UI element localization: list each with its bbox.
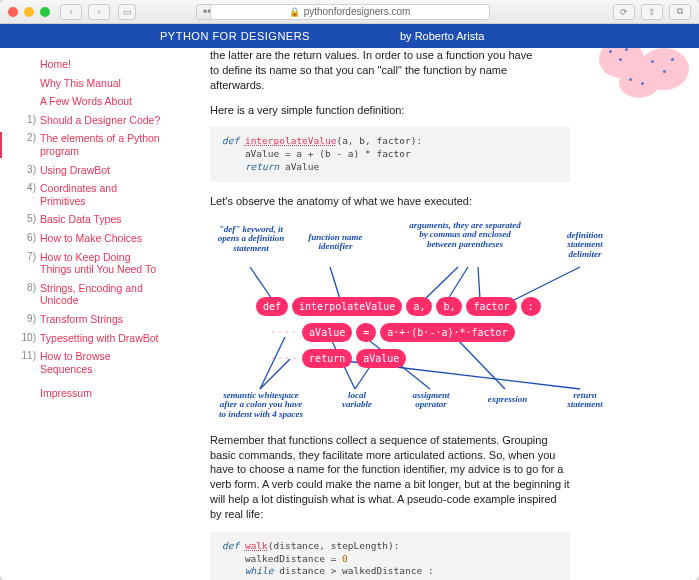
decorative-shapes <box>589 48 699 100</box>
code-example-1: def interpolateValue(a, b, factor): aVal… <box>210 127 570 181</box>
nav-ch11[interactable]: How to Browse Sequences <box>40 350 162 375</box>
nav-ch8[interactable]: Strings, Encoding and Unicode <box>40 282 162 307</box>
label-fn-name: function name identifier <box>308 233 363 252</box>
sidebar-toggle-button[interactable]: ▭ <box>118 4 136 20</box>
browser-titlebar: ‹ › ▭ ••• 🔒 pythonfordesigners.com ⟳ ⇪ ⧉ <box>0 0 699 24</box>
forward-button[interactable]: › <box>88 4 110 20</box>
zoom-window-button[interactable] <box>40 7 50 17</box>
window-controls <box>8 7 50 17</box>
pill-equals: = <box>356 323 376 343</box>
address-bar[interactable]: 🔒 pythonfordesigners.com <box>210 4 490 20</box>
nav-ch3[interactable]: Using DrawBot <box>40 164 110 177</box>
label-whitespace: semantic whitespace after a colon you ha… <box>216 391 306 419</box>
svg-line-0 <box>250 267 272 299</box>
pill-indent-2: ···· <box>270 352 298 366</box>
paragraph-observe: Let's observe the anatomy of what we hav… <box>210 194 540 209</box>
paragraph-remember: Remember that functions collect a sequen… <box>210 433 570 522</box>
pill-retval: aValue <box>356 349 406 369</box>
pill-arg-a: a, <box>406 297 432 317</box>
share-button[interactable]: ⇪ <box>641 4 663 20</box>
svg-line-5 <box>512 267 580 301</box>
label-delimiter: definition statement delimiter <box>550 231 620 259</box>
label-local-var: local variable <box>332 391 382 410</box>
url-text: pythonfordesigners.com <box>304 6 411 17</box>
pill-arg-b: b, <box>436 297 462 317</box>
pill-expr: a·+·(b·-·a)·*·factor <box>380 323 514 343</box>
paragraph-lead: the latter are the return values. In ord… <box>210 48 540 93</box>
code-example-2: def walk(distance, stepLength): walkedDi… <box>210 532 570 580</box>
nav-ch2[interactable]: The elements of a Python program <box>40 132 162 157</box>
svg-line-11 <box>455 337 505 389</box>
function-anatomy-diagram: "def" keyword, it opens a definition sta… <box>210 219 630 419</box>
reload-button[interactable]: ⟳ <box>613 4 635 20</box>
svg-line-1 <box>330 267 340 299</box>
svg-line-2 <box>425 267 458 299</box>
article-body: the latter are the return values. In ord… <box>170 48 699 580</box>
label-assign-op: assigment operator <box>402 391 460 410</box>
pill-arg-factor: factor <box>466 297 516 317</box>
site-title[interactable]: PYTHON FOR DESIGNERS <box>160 30 310 42</box>
site-author: by Roberto Arista <box>400 30 484 42</box>
label-def-keyword: "def" keyword, it opens a definition sta… <box>216 225 286 253</box>
pill-indent-1: ···· <box>270 326 298 340</box>
nav-ch4[interactable]: Coordinates and Primitives <box>40 182 162 207</box>
label-return-stmt: return statement <box>555 391 615 410</box>
chapter-nav: Home! Why This Manual A Few Words About … <box>0 48 170 580</box>
paragraph-intro: Here is a very simple function definitio… <box>210 103 540 118</box>
svg-line-3 <box>448 267 468 299</box>
back-button[interactable]: ‹ <box>60 4 82 20</box>
label-expression: expression <box>480 395 535 404</box>
nav-impressum[interactable]: Impressum <box>40 387 92 400</box>
nav-few-words[interactable]: A Few Words About <box>40 95 132 108</box>
pill-colon: : <box>521 297 541 317</box>
pill-avalue: aValue <box>302 323 352 343</box>
site-header: PYTHON FOR DESIGNERS by Roberto Arista <box>0 24 699 48</box>
nav-ch1[interactable]: Should a Designer Code? <box>40 114 160 127</box>
nav-home[interactable]: Home! <box>40 58 71 71</box>
nav-ch10[interactable]: Typesetting with DrawBot <box>40 332 158 345</box>
close-window-button[interactable] <box>8 7 18 17</box>
nav-ch5[interactable]: Basic Data Types <box>40 213 122 226</box>
svg-line-4 <box>478 267 480 299</box>
pill-return: return <box>302 349 352 369</box>
nav-ch6[interactable]: How to Make Choices <box>40 232 142 245</box>
lock-icon: 🔒 <box>289 7 300 17</box>
nav-why[interactable]: Why This Manual <box>40 77 121 90</box>
nav-ch9[interactable]: Transform Strings <box>40 313 123 326</box>
minimize-window-button[interactable] <box>24 7 34 17</box>
nav-ch7[interactable]: How to Keep Doing Things until You Need … <box>40 251 162 276</box>
pill-def: def <box>256 297 288 317</box>
tabs-button[interactable]: ⧉ <box>669 4 691 20</box>
pill-fnname: interpolateValue <box>292 297 402 317</box>
label-arguments: arguments, they are separated by commas … <box>405 221 525 249</box>
